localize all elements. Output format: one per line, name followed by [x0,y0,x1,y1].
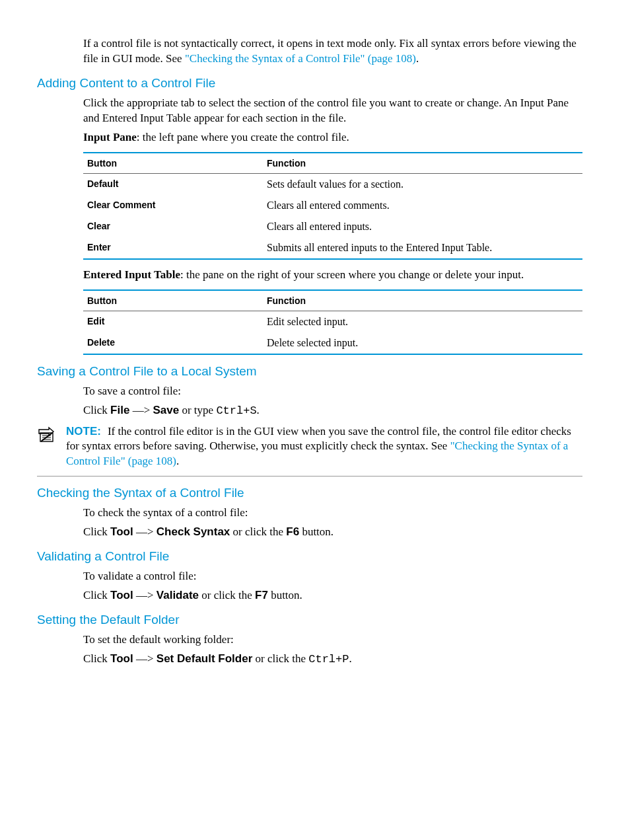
menu-check-syntax: Check Syntax [157,525,230,538]
intro-text-b: . [416,52,419,65]
checking-p2: Click Tool —> Check Syntax or click the … [83,525,582,540]
intro-paragraph: If a control file is not syntactically c… [83,36,582,67]
heading-setting: Setting the Default Folder [37,613,582,627]
table-row: Enter Submits all entered inputs to the … [83,237,582,259]
adding-p1: Click the appropriate tab to select the … [83,96,582,126]
note-text: NOTE:If the control file editor is in th… [66,424,582,470]
table-header-row: Button Function [83,290,582,311]
cell-function: Clears all entered inputs. [263,216,582,237]
cell-function: Submits all entered inputs to the Entere… [263,237,582,259]
menu-validate: Validate [157,589,199,601]
entered-input-label: Entered Input Table [83,268,180,281]
cell-function: Sets default values for a section. [263,173,582,195]
page: If a control file is not syntactically c… [0,0,630,840]
saving-body: To save a control file: Click File —> Sa… [83,384,582,419]
setting-p2: Click Tool —> Set Default Folder or clic… [83,652,582,668]
shortcut-ctrl-p: Ctrl+P [308,653,349,666]
key-f6: F6 [286,525,299,538]
heading-checking: Checking the Syntax of a Control File [37,486,582,500]
menu-file: File [110,404,129,416]
cell-function: Clears all entered comments. [263,195,582,216]
table-row: Clear Clears all entered inputs. [83,216,582,237]
checking-p1: To check the syntax of a control file: [83,506,582,521]
validating-p1: To validate a control file: [83,569,582,584]
checking-body: To check the syntax of a control file: C… [83,506,582,540]
table-row: Clear Comment Clears all entered comment… [83,195,582,216]
cell-function: Edit selected input. [263,311,582,332]
heading-adding-content: Adding Content to a Control File [37,76,582,91]
setting-p1: To set the default working folder: [83,632,582,648]
input-pane-desc: : the left pane where you create the con… [137,131,349,143]
shortcut-ctrl-s: Ctrl+S [216,404,256,417]
col-button: Button [83,290,263,311]
note-block: NOTE:If the control file editor is in th… [37,424,582,477]
table-row: Edit Edit selected input. [83,311,582,332]
saving-p1: To save a control file: [83,384,582,399]
menu-tool: Tool [110,589,133,601]
key-f7: F7 [255,589,268,601]
heading-validating: Validating a Control File [37,549,582,564]
cell-button: Delete [83,332,263,354]
cell-button: Clear [83,216,263,237]
heading-saving: Saving a Control File to a Local System [37,364,582,379]
note-body-b: . [176,455,179,467]
cell-button: Default [83,173,263,195]
table-header-row: Button Function [83,153,582,174]
menu-tool: Tool [110,652,133,665]
menu-save: Save [153,404,179,416]
validating-p2: Click Tool —> Validate or click the F7 b… [83,588,582,603]
cell-button: Enter [83,237,263,259]
table-row: Delete Delete selected input. [83,332,582,354]
setting-body: To set the default working folder: Click… [83,632,582,668]
saving-p2: Click File —> Save or type Ctrl+S. [83,403,582,419]
adding-p3: Entered Input Table: the pane on the rig… [83,268,582,283]
input-pane-table: Button Function Default Sets default val… [83,152,582,260]
table-row: Default Sets default values for a sectio… [83,173,582,195]
entered-input-table: Button Function Edit Edit selected input… [83,289,582,355]
cell-button: Edit [83,311,263,332]
entered-input-desc: : the pane on the right of your screen w… [180,268,524,281]
col-button: Button [83,153,263,174]
menu-set-default-folder: Set Default Folder [157,652,252,665]
menu-tool: Tool [110,525,133,538]
cell-button: Clear Comment [83,195,263,216]
col-function: Function [263,153,582,174]
adding-p2: Input Pane: the left pane where you crea… [83,130,582,145]
intro-block: If a control file is not syntactically c… [83,36,582,67]
note-icon [37,426,55,447]
input-pane-label: Input Pane [83,131,137,143]
cell-function: Delete selected input. [263,332,582,354]
note-label: NOTE: [66,425,101,438]
col-function: Function [263,290,582,311]
adding-body: Click the appropriate tab to select the … [83,96,582,355]
intro-link[interactable]: "Checking the Syntax of a Control File" … [185,52,416,65]
validating-body: To validate a control file: Click Tool —… [83,569,582,603]
